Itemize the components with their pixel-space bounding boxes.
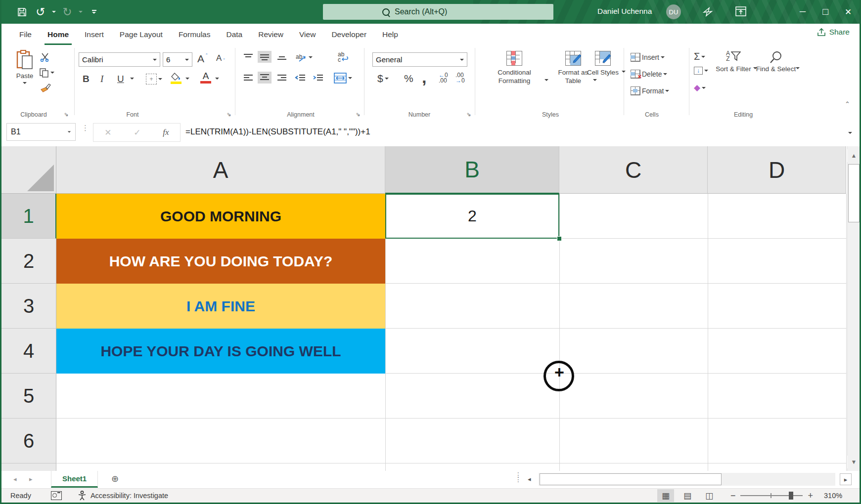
scroll-down-icon[interactable]: ▼ bbox=[847, 456, 861, 468]
paste-caret-icon[interactable] bbox=[23, 82, 27, 84]
align-center-icon[interactable] bbox=[258, 72, 272, 84]
copy-caret-icon[interactable] bbox=[50, 72, 54, 74]
cell-b1-selected[interactable]: 2 bbox=[385, 194, 559, 239]
tab-help[interactable]: Help bbox=[374, 24, 406, 45]
decrease-indent-icon[interactable] bbox=[294, 74, 306, 83]
italic-button[interactable]: I bbox=[100, 74, 103, 84]
merge-center-button[interactable] bbox=[334, 73, 352, 84]
insert-function-icon[interactable]: fx bbox=[163, 127, 169, 137]
tab-review[interactable]: Review bbox=[250, 24, 291, 45]
coming-soon-icon[interactable] bbox=[701, 5, 714, 18]
bold-button[interactable]: B bbox=[83, 74, 90, 84]
column-header-d[interactable]: D bbox=[708, 146, 846, 194]
scroll-up-icon[interactable]: ▲ bbox=[847, 149, 861, 162]
increase-decimal-icon[interactable]: ←0.00 bbox=[439, 73, 448, 84]
tab-home[interactable]: Home bbox=[40, 24, 77, 45]
horizontal-scrollbar-thumb[interactable] bbox=[540, 473, 722, 485]
accounting-format-button[interactable]: $ bbox=[377, 73, 389, 84]
decrease-font-size-icon[interactable]: Aˇ bbox=[216, 53, 225, 64]
view-page-layout-icon[interactable]: ▤ bbox=[679, 489, 696, 502]
tab-page-layout[interactable]: Page Layout bbox=[112, 24, 171, 45]
undo-caret-icon[interactable] bbox=[52, 11, 56, 13]
quick-access-customize-icon[interactable] bbox=[87, 4, 101, 19]
clear-button[interactable]: ◆ bbox=[694, 83, 706, 93]
sheet-nav-right-icon[interactable]: ▸ bbox=[29, 475, 33, 483]
decrease-decimal-icon[interactable]: .00→0 bbox=[455, 73, 465, 84]
increase-font-size-icon[interactable]: Aˆ bbox=[197, 53, 208, 65]
fill-color-caret-icon[interactable] bbox=[185, 78, 189, 80]
hscroll-right-icon[interactable]: ▸ bbox=[840, 473, 852, 485]
tab-insert[interactable]: Insert bbox=[77, 24, 112, 45]
formula-bar-expand-icon[interactable] bbox=[848, 127, 852, 136]
delete-cells-button[interactable]: ✕ Delete bbox=[631, 70, 667, 79]
zoom-out-icon[interactable]: − bbox=[730, 491, 736, 501]
view-page-break-icon[interactable]: ◫ bbox=[701, 489, 718, 502]
fill-handle[interactable] bbox=[557, 236, 562, 241]
underline-button[interactable]: U bbox=[117, 74, 124, 84]
font-size-select[interactable]: 6 bbox=[163, 52, 192, 67]
alignment-dialog-launcher[interactable]: ⇘ bbox=[356, 111, 360, 118]
align-bottom-icon[interactable] bbox=[276, 53, 287, 62]
zoom-in-icon[interactable]: + bbox=[808, 491, 813, 501]
zoom-slider-thumb[interactable] bbox=[789, 492, 793, 500]
fill-button[interactable]: ↓ bbox=[694, 67, 708, 75]
align-middle-icon[interactable] bbox=[258, 51, 272, 63]
font-dialog-launcher[interactable]: ⇘ bbox=[227, 111, 231, 118]
cell-a2[interactable]: HOW ARE YOU DOING TODAY? bbox=[56, 239, 385, 284]
vertical-scrollbar-thumb[interactable] bbox=[848, 164, 860, 222]
zoom-level[interactable]: 310% bbox=[824, 492, 848, 500]
font-color-caret-icon[interactable] bbox=[215, 78, 219, 80]
row-header-2[interactable]: 2 bbox=[1, 239, 56, 284]
maximize-button[interactable]: □ bbox=[814, 0, 837, 24]
align-left-icon[interactable] bbox=[243, 74, 254, 83]
underline-caret-icon[interactable] bbox=[130, 78, 134, 80]
column-header-b[interactable]: B bbox=[385, 146, 559, 194]
row-header-4[interactable]: 4 bbox=[1, 329, 56, 374]
user-name[interactable]: Daniel Uchenna bbox=[597, 7, 652, 16]
cell-styles-button[interactable]: Cell Styles bbox=[583, 51, 623, 77]
avatar[interactable]: DU bbox=[666, 4, 681, 19]
column-header-c[interactable]: C bbox=[559, 146, 708, 194]
save-icon[interactable] bbox=[14, 4, 29, 19]
tab-developer[interactable]: Developer bbox=[323, 24, 374, 45]
zoom-slider[interactable] bbox=[740, 491, 803, 501]
cut-button[interactable] bbox=[40, 53, 50, 62]
borders-button[interactable]: + bbox=[146, 74, 162, 84]
column-header-a[interactable]: A bbox=[56, 146, 385, 194]
increase-indent-icon[interactable] bbox=[312, 74, 324, 83]
formula-input[interactable]: =LEN(TRIM(A1))-LEN(SUBSTITUTE(A1," ","")… bbox=[185, 123, 838, 141]
insert-cells-button[interactable]: Insert bbox=[631, 53, 665, 62]
fill-color-button[interactable] bbox=[171, 73, 181, 84]
align-right-icon[interactable] bbox=[276, 74, 287, 83]
paste-button[interactable]: Paste bbox=[10, 50, 39, 84]
ribbon-collapse-icon[interactable]: ⌃ bbox=[845, 100, 850, 108]
search-input[interactable]: Search (Alt+Q) bbox=[323, 4, 553, 20]
cell-a1[interactable]: GOOD MORNING bbox=[56, 194, 385, 239]
wrap-text-button[interactable]: abc bbox=[337, 51, 350, 63]
row-header-1[interactable]: 1 bbox=[1, 194, 56, 239]
add-sheet-icon[interactable]: ⊕ bbox=[111, 473, 119, 484]
percent-style-icon[interactable]: % bbox=[404, 73, 413, 84]
clipboard-dialog-launcher[interactable]: ⇘ bbox=[64, 111, 68, 118]
autosum-button[interactable]: Σ bbox=[694, 51, 705, 62]
font-name-select[interactable]: Calibri bbox=[79, 52, 160, 67]
cell-a4[interactable]: HOPE YOUR DAY IS GOING WELL bbox=[56, 329, 385, 374]
tab-view[interactable]: View bbox=[291, 24, 323, 45]
macro-record-icon[interactable] bbox=[51, 491, 62, 500]
orientation-button[interactable]: ab bbox=[295, 52, 313, 63]
formula-bar-handle[interactable]: ⋮ bbox=[82, 126, 89, 130]
cell-a3[interactable]: I AM FINE bbox=[56, 284, 385, 329]
view-normal-icon[interactable]: ▦ bbox=[657, 489, 674, 502]
conditional-formatting-button[interactable]: Conditional Formatting bbox=[482, 51, 546, 85]
tab-sheet1[interactable]: Sheet1 bbox=[51, 471, 98, 488]
row-header-6[interactable]: 6 bbox=[1, 419, 56, 463]
row-header-5[interactable]: 5 bbox=[1, 374, 56, 419]
close-button[interactable]: ✕ bbox=[837, 0, 860, 24]
name-box[interactable]: B1 bbox=[6, 123, 76, 141]
format-cells-button[interactable]: Format bbox=[631, 86, 669, 95]
minimize-button[interactable]: ─ bbox=[791, 0, 814, 24]
copy-button[interactable] bbox=[39, 68, 54, 78]
tab-file[interactable]: File bbox=[11, 24, 40, 45]
select-all-corner[interactable] bbox=[1, 146, 56, 194]
sheetbar-splitter-icon[interactable]: ⋮⋮ bbox=[515, 473, 522, 482]
